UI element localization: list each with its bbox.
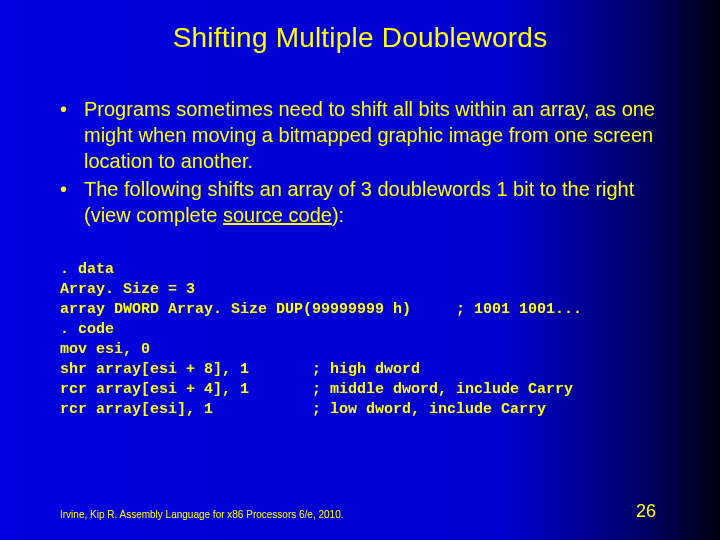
list-item: • Programs sometimes need to shift all b… — [60, 96, 670, 174]
bullet-list: • Programs sometimes need to shift all b… — [60, 96, 670, 230]
slide-title: Shifting Multiple Doublewords — [0, 0, 720, 54]
bullet-prefix: The following shifts an array of 3 doubl… — [84, 178, 634, 226]
footer-citation: Irvine, Kip R. Assembly Language for x86… — [60, 509, 344, 520]
code-block: . data Array. Size = 3 array DWORD Array… — [60, 260, 680, 420]
bullet-marker: • — [60, 176, 84, 202]
page-number: 26 — [636, 501, 656, 522]
bullet-suffix: ): — [332, 204, 344, 226]
source-code-link[interactable]: source code — [223, 204, 332, 226]
bullet-marker: • — [60, 96, 84, 122]
bullet-text: Programs sometimes need to shift all bit… — [84, 96, 670, 174]
bullet-text: The following shifts an array of 3 doubl… — [84, 176, 670, 228]
list-item: • The following shifts an array of 3 dou… — [60, 176, 670, 228]
